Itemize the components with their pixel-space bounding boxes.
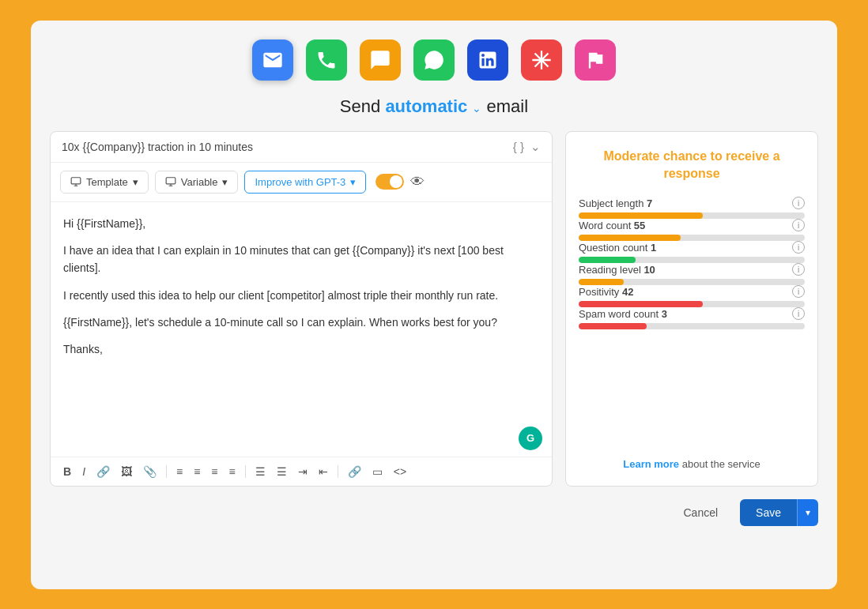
stat-row-4: Positivity 42i bbox=[579, 285, 805, 307]
stat-label-row-2: Question count 1i bbox=[579, 241, 805, 254]
gpt-label: Improve with GPT-3 bbox=[255, 176, 345, 188]
stats-panel: Moderate chance to receive a response Su… bbox=[565, 131, 818, 487]
gpt-button[interactable]: Improve with GPT-3 ▾ bbox=[244, 171, 366, 194]
channel-chat[interactable] bbox=[360, 39, 401, 81]
stat-label-0: Subject length 7 bbox=[579, 197, 652, 209]
code-icon[interactable]: <> bbox=[391, 464, 409, 479]
grammarly-button[interactable]: G bbox=[519, 427, 542, 450]
stat-bar-fill-2 bbox=[579, 257, 636, 263]
grammarly-badge: G bbox=[51, 423, 552, 457]
stat-bar-fill-1 bbox=[579, 235, 681, 241]
hyperlink-icon[interactable]: 🔗 bbox=[345, 464, 364, 479]
subject-bar: 10x {{Company}} traction in 10 minutes {… bbox=[51, 132, 552, 163]
italic-icon[interactable]: I bbox=[79, 464, 89, 479]
learn-more: Learn more about the service bbox=[579, 458, 805, 470]
svg-rect-3 bbox=[166, 178, 175, 184]
bullet-list-icon[interactable]: ☰ bbox=[252, 464, 269, 479]
variable-label: Variable bbox=[181, 176, 218, 188]
main-content: 10x {{Company}} traction in 10 minutes {… bbox=[50, 131, 818, 487]
attach-icon[interactable]: 📎 bbox=[140, 464, 160, 479]
automatic-word[interactable]: automatic bbox=[385, 96, 467, 116]
indent-icon[interactable]: ⇥ bbox=[295, 464, 311, 479]
channel-whatsapp[interactable] bbox=[413, 39, 455, 81]
eye-icon[interactable]: 👁 bbox=[410, 174, 425, 190]
stat-info-icon-0[interactable]: i bbox=[792, 197, 805, 209]
stat-bar-fill-4 bbox=[579, 301, 703, 307]
separator-2 bbox=[245, 465, 246, 478]
numbered-list-icon[interactable]: ☰ bbox=[274, 464, 290, 479]
toolbar-row: Template ▾ Variable ▾ Improve with GPT-3… bbox=[51, 163, 552, 202]
stat-bar-fill-3 bbox=[579, 279, 624, 285]
email-line-4: {{FirstName}}, let's schedule a 10-minut… bbox=[63, 314, 539, 331]
metrics-container: Subject length 7iWord count 55iQuestion … bbox=[579, 197, 805, 329]
gpt-chevron: ▾ bbox=[350, 176, 356, 188]
stat-label-3: Reading level 10 bbox=[579, 264, 655, 276]
align-left-icon[interactable]: ≡ bbox=[173, 464, 186, 479]
stat-row-0: Subject length 7i bbox=[579, 197, 805, 219]
link-icon[interactable]: 🔗 bbox=[93, 464, 113, 479]
stat-info-icon-3[interactable]: i bbox=[792, 263, 805, 276]
stat-label-5: Spam word count 3 bbox=[579, 308, 667, 320]
bold-icon[interactable]: B bbox=[60, 464, 74, 479]
subject-text: 10x {{Company}} traction in 10 minutes bbox=[62, 141, 253, 153]
stat-bar-bg-2 bbox=[579, 257, 805, 263]
stat-info-icon-4[interactable]: i bbox=[792, 285, 805, 298]
editor-panel: 10x {{Company}} traction in 10 minutes {… bbox=[50, 131, 553, 487]
footer-buttons: Cancel Save ▾ bbox=[50, 499, 818, 526]
video-icon[interactable]: ▭ bbox=[369, 464, 386, 479]
stat-bar-bg-5 bbox=[579, 323, 805, 329]
channel-linkedin[interactable] bbox=[467, 39, 508, 81]
template-label: Template bbox=[86, 176, 128, 188]
channel-email[interactable] bbox=[252, 39, 293, 81]
stat-label-row-3: Reading level 10i bbox=[579, 263, 805, 276]
stat-bar-fill-5 bbox=[579, 323, 647, 329]
main-container: Send automatic ⌄ email 10x {{Company}} t… bbox=[31, 21, 837, 589]
stat-label-2: Question count 1 bbox=[579, 242, 656, 254]
outdent-icon[interactable]: ⇤ bbox=[315, 464, 331, 479]
learn-more-link[interactable]: Learn more bbox=[623, 458, 679, 470]
stat-label-4: Positivity 42 bbox=[579, 286, 633, 298]
stat-bar-bg-1 bbox=[579, 235, 805, 241]
stat-label-row-1: Word count 55i bbox=[579, 219, 805, 231]
cancel-button[interactable]: Cancel bbox=[670, 500, 730, 525]
variable-chevron: ▾ bbox=[222, 176, 228, 188]
svg-rect-0 bbox=[71, 178, 81, 184]
stat-bar-bg-0 bbox=[579, 212, 805, 219]
email-body[interactable]: Hi {{FirstName}}, I have an idea that I … bbox=[51, 202, 552, 423]
format-bar: B I 🔗 🖼 📎 ≡ ≡ ≡ ≡ ☰ ☰ ⇥ ⇤ 🔗 ▭ <> bbox=[51, 457, 552, 486]
align-right-icon[interactable]: ≡ bbox=[208, 464, 221, 479]
stat-label-row-0: Subject length 7i bbox=[579, 197, 805, 209]
image-icon[interactable]: 🖼 bbox=[118, 464, 135, 479]
align-justify-icon[interactable]: ≡ bbox=[226, 464, 239, 479]
stat-label-row-4: Positivity 42i bbox=[579, 285, 805, 298]
channel-flag[interactable] bbox=[575, 39, 616, 81]
email-line-2: I have an idea that I can explain in 10 … bbox=[63, 242, 539, 277]
toggle-switch[interactable] bbox=[376, 174, 404, 190]
stat-row-2: Question count 1i bbox=[579, 241, 805, 263]
separator-3 bbox=[338, 465, 338, 478]
channel-chevron[interactable]: ⌄ bbox=[472, 102, 481, 115]
save-button-group: Save ▾ bbox=[740, 499, 818, 526]
chevron-down-icon[interactable]: ⌄ bbox=[530, 140, 541, 154]
save-dropdown-button[interactable]: ▾ bbox=[797, 499, 818, 526]
stat-info-icon-5[interactable]: i bbox=[792, 307, 805, 320]
align-center-icon[interactable]: ≡ bbox=[191, 464, 203, 479]
stat-info-icon-1[interactable]: i bbox=[792, 219, 805, 231]
template-chevron: ▾ bbox=[133, 176, 138, 188]
stat-row-3: Reading level 10i bbox=[579, 263, 805, 285]
stat-row-5: Spam word count 3i bbox=[579, 307, 805, 329]
channel-phone[interactable] bbox=[306, 39, 347, 81]
save-button[interactable]: Save bbox=[740, 499, 797, 526]
stat-bar-bg-3 bbox=[579, 279, 805, 285]
stat-info-icon-2[interactable]: i bbox=[792, 241, 805, 254]
stat-label-1: Word count 55 bbox=[579, 220, 645, 231]
variable-button[interactable]: Variable ▾ bbox=[155, 171, 239, 194]
separator-1 bbox=[166, 465, 167, 478]
template-button[interactable]: Template ▾ bbox=[60, 171, 149, 194]
stat-label-row-5: Spam word count 3i bbox=[579, 307, 805, 320]
curly-braces-icon[interactable]: { } bbox=[513, 140, 524, 153]
channel-asterisk[interactable] bbox=[521, 39, 562, 81]
stats-title: Moderate chance to receive a response bbox=[579, 148, 805, 183]
toggle-container bbox=[376, 174, 404, 190]
subject-icons: { } ⌄ bbox=[513, 140, 541, 154]
